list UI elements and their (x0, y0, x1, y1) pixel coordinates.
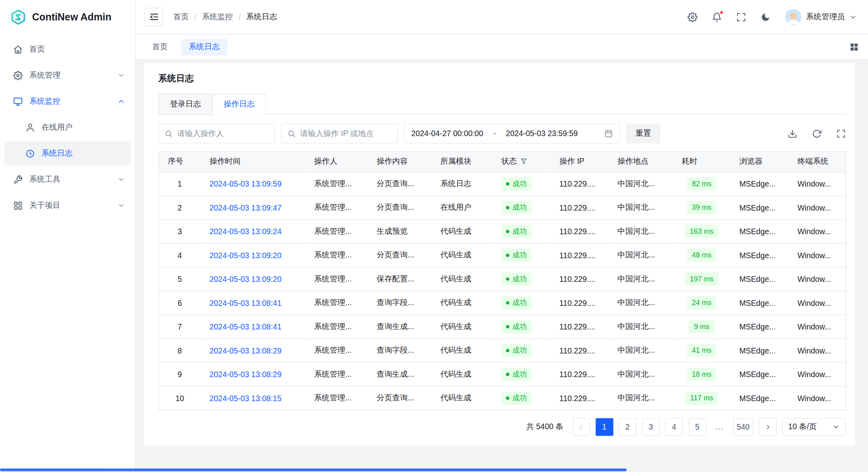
pagination-total: 共 5400 条 (526, 422, 563, 432)
cell-content: 分页查询... (368, 386, 431, 410)
ip-search-field[interactable] (281, 123, 398, 143)
user-name: 系统管理员 (806, 12, 845, 22)
time-link[interactable]: 2024-05-03 13:08:41 (210, 322, 282, 331)
duration-badge: 48 ms (687, 249, 716, 262)
page-button-3[interactable]: 3 (642, 418, 660, 436)
cell-location: 中国河北... (609, 386, 673, 410)
col-browser: 浏览器 (730, 151, 788, 172)
breadcrumb-separator: / (239, 12, 241, 21)
cell-location: 中国河北... (609, 291, 673, 315)
page-button-4[interactable]: 4 (665, 418, 683, 436)
settings-button[interactable] (688, 12, 698, 22)
refresh-button[interactable] (812, 129, 822, 139)
time-link[interactable]: 2024-05-03 13:09:20 (210, 275, 282, 283)
time-link[interactable]: 2024-05-03 13:08:29 (210, 370, 282, 379)
refresh-icon (812, 129, 822, 139)
sidebar-item-system-logs[interactable]: 系统日志 (4, 141, 130, 166)
notifications-button[interactable] (712, 12, 722, 22)
time-link[interactable]: 2024-05-03 13:09:47 (210, 203, 282, 212)
cell-duration: 48 ms (673, 243, 730, 267)
breadcrumb-home[interactable]: 首页 (173, 12, 189, 22)
filter-funnel-icon[interactable] (520, 158, 527, 165)
content-area: 系统日志 登录日志 操作日志 2024-04-27 00:00: (136, 60, 868, 472)
reset-button[interactable]: 重置 (626, 123, 661, 143)
theme-toggle-button[interactable] (761, 12, 771, 22)
cell-browser: MSEdge... (730, 362, 788, 386)
horizontal-scrollbar-thumb[interactable] (0, 468, 627, 471)
cell-content: 生成预览 (368, 219, 431, 243)
sidebar-item-system-monitor[interactable]: 系统监控 (4, 89, 130, 114)
home-icon (13, 44, 23, 54)
tab-home[interactable]: 首页 (144, 38, 175, 55)
sidebar-item-about[interactable]: 关于项目 (4, 193, 130, 218)
tab-login-logs[interactable]: 登录日志 (158, 94, 213, 115)
next-page-button[interactable] (759, 418, 777, 436)
date-start: 2024-04-27 00:00:00 (411, 129, 483, 138)
tab-options-button[interactable] (849, 42, 859, 52)
time-link[interactable]: 2024-05-03 13:09:20 (210, 251, 282, 260)
cell-ip: 110.229.... (551, 315, 609, 338)
cell-status: 成功 (492, 386, 550, 410)
cell-content: 查询生成... (368, 315, 431, 338)
operator-search-field[interactable] (158, 123, 275, 143)
page-size-select[interactable]: 10 条/页 (782, 418, 846, 436)
page-button-5[interactable]: 5 (688, 418, 706, 436)
cell-time: 2024-05-03 13:09:47 (200, 196, 305, 219)
log-table: 序号 操作时间 操作人 操作内容 所属模块 状态 操作 IP 操作地点 耗时 浏… (158, 151, 846, 410)
table-row: 4 2024-05-03 13:09:20 系统管理... 分页查询... 代码… (158, 243, 846, 267)
tab-operation-logs[interactable]: 操作日志 (212, 94, 267, 115)
time-link[interactable]: 2024-05-03 13:08:15 (210, 394, 282, 403)
sidebar-item-online-users[interactable]: 在线用户 (4, 115, 130, 140)
cell-browser: MSEdge... (730, 196, 788, 219)
chevron-down-icon (117, 176, 125, 183)
time-link[interactable]: 2024-05-03 13:09:59 (210, 179, 282, 188)
page-button-540[interactable]: 540 (733, 418, 754, 436)
page-button-2[interactable]: 2 (619, 418, 636, 436)
sidebar-menu: 首页 系统管理 系统监控 在线用户 系统日志 系统工具 (0, 34, 135, 222)
breadcrumb-system-monitor[interactable]: 系统监控 (202, 12, 233, 22)
ip-search-input[interactable] (300, 129, 392, 138)
user-menu[interactable]: 系统管理员 (785, 8, 857, 25)
brand-name: ContiNew Admin (32, 11, 111, 23)
table-row: 1 2024-05-03 13:09:59 系统管理... 分页查询... 系统… (158, 172, 846, 196)
cell-browser: MSEdge... (730, 386, 788, 410)
page-button-1[interactable]: 1 (595, 418, 613, 436)
sidebar-item-home[interactable]: 首页 (4, 37, 130, 62)
prev-page-button[interactable] (572, 418, 590, 436)
table-fullscreen-button[interactable] (836, 129, 846, 139)
status-badge: 成功 (501, 273, 531, 286)
duration-badge: 24 ms (687, 296, 716, 309)
sidebar-item-system-management[interactable]: 系统管理 (4, 63, 130, 88)
cell-location: 中国河北... (609, 267, 673, 291)
search-icon (287, 129, 296, 138)
status-badge: 成功 (501, 392, 531, 405)
time-link[interactable]: 2024-05-03 13:08:29 (210, 346, 282, 355)
date-range-picker[interactable]: 2024-04-27 00:00:00 - 2024-05-03 23:59:5… (404, 123, 620, 143)
brand[interactable]: ContiNew Admin (0, 0, 135, 34)
time-link[interactable]: 2024-05-03 13:09:24 (210, 227, 282, 236)
breadcrumb-separator: / (194, 12, 196, 21)
menu-collapse-button[interactable] (144, 8, 163, 26)
sidebar-item-system-tools[interactable]: 系统工具 (4, 167, 130, 192)
sidebar-item-label: 首页 (29, 44, 125, 54)
tab-system-logs[interactable]: 系统日志 (181, 38, 227, 55)
cell-content: 分页查询... (368, 243, 431, 267)
export-button[interactable] (788, 129, 797, 139)
page-ellipsis[interactable]: ... (712, 422, 727, 431)
cell-browser: MSEdge... (730, 172, 788, 196)
maximize-icon (736, 12, 746, 22)
cell-location: 中国河北... (609, 339, 673, 362)
cell-index: 1 (158, 172, 200, 196)
duration-badge: 9 ms (689, 320, 714, 333)
table-row: 6 2024-05-03 13:08:41 系统管理... 查询字段... 代码… (158, 291, 846, 315)
cell-content: 查询字段... (368, 339, 431, 362)
chevron-down-icon (117, 71, 125, 79)
operator-search-input[interactable] (177, 129, 269, 138)
table-row: 3 2024-05-03 13:09:24 系统管理... 生成预览 代码生成 … (158, 219, 846, 243)
time-link[interactable]: 2024-05-03 13:08:41 (210, 299, 282, 307)
app-root: ContiNew Admin 首页 系统管理 系统监控 在线用户 (0, 0, 868, 472)
cell-index: 8 (158, 339, 200, 362)
cell-location: 中国河北... (609, 196, 673, 219)
cell-index: 6 (158, 291, 200, 315)
fullscreen-button[interactable] (736, 12, 746, 22)
